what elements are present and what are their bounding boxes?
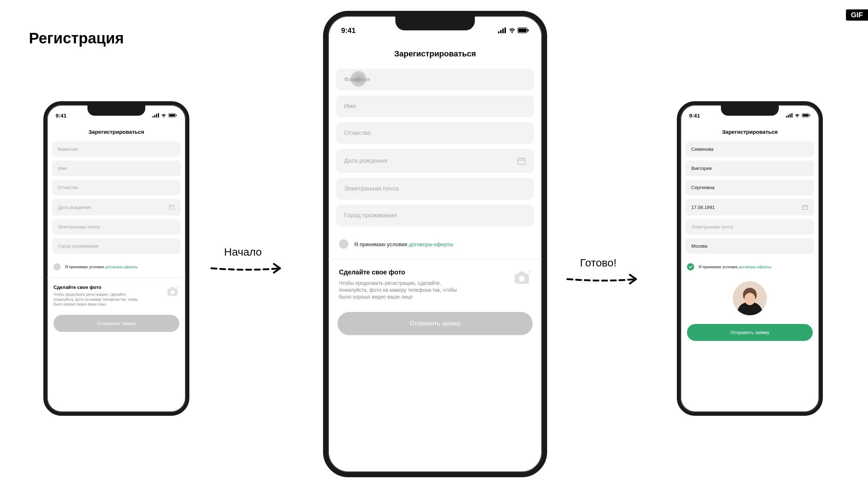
patronymic-field[interactable]: Отчество [52, 180, 181, 195]
name-field[interactable]: Имя [52, 161, 181, 176]
dob-field[interactable]: Дата рождения [336, 149, 534, 173]
svg-point-30 [519, 276, 525, 282]
wifi-icon [161, 113, 167, 118]
svg-rect-22 [518, 29, 527, 32]
phone-empty: 9:41 Зарегистрироваться Фамилия Имя Отче… [43, 101, 189, 416]
camera-add-icon[interactable]: + [514, 270, 531, 285]
svg-rect-6 [169, 114, 175, 116]
email-field[interactable]: Электронная почта [52, 219, 181, 235]
status-time: 9:41 [56, 112, 66, 119]
notch [87, 105, 145, 116]
consent-checkbox[interactable] [687, 263, 694, 270]
status-time: 9:41 [689, 112, 700, 119]
city-field[interactable]: Город проживания [52, 238, 181, 254]
svg-text:+: + [177, 286, 179, 289]
arrow-done: Готово! [566, 257, 645, 286]
screen-title: Зарегистрироваться [47, 129, 186, 135]
signal-icon [152, 113, 159, 118]
photo-section: Сделайте свое фото Чтобы продолжить реги… [336, 259, 534, 308]
svg-rect-0 [152, 116, 154, 118]
consent-checkbox[interactable] [53, 263, 61, 270]
svg-point-14 [171, 290, 175, 294]
battery-icon [802, 113, 811, 118]
city-field[interactable]: Москва [686, 238, 814, 254]
notch [721, 105, 779, 116]
email-placeholder: Электронная почта [58, 224, 100, 230]
dob-field[interactable]: Дата рождения [52, 199, 181, 215]
signal-icon [498, 27, 507, 33]
consent-row: Я принимаю условия договора-оферты [686, 257, 814, 278]
name-placeholder: Имя [58, 166, 67, 171]
svg-rect-39 [809, 115, 810, 116]
page-title: Регистрация [29, 30, 124, 47]
consent-label: Я принимаю условия [354, 241, 409, 247]
svg-rect-24 [518, 158, 525, 164]
camera-add-icon[interactable]: + [167, 286, 179, 297]
email-value: Электронная почта [691, 224, 733, 230]
surname-field[interactable]: Фамилия [52, 141, 181, 157]
arrow-start-label: Начало [224, 246, 262, 258]
consent-checkbox[interactable] [339, 239, 348, 249]
status-time: 9:41 [341, 26, 356, 35]
svg-rect-40 [803, 205, 808, 210]
consent-row: Я принимаю условия договора-оферты [336, 231, 534, 259]
surname-field[interactable]: Фамилия [336, 69, 534, 90]
volume-down-button [546, 142, 547, 175]
power-button [546, 189, 547, 240]
patronymic-field[interactable]: Отчество [336, 122, 534, 144]
photo-desc: Чтобы продолжить регистрацию, сделайте, … [53, 292, 144, 307]
notch [395, 16, 475, 30]
svg-rect-34 [790, 114, 791, 118]
svg-rect-19 [504, 27, 506, 33]
consent-link[interactable]: договора-оферты [409, 241, 453, 247]
registration-form: Семенова Виктория Сергеевна 17.08.1991 Э… [680, 141, 819, 341]
city-field[interactable]: Город проживания [336, 205, 534, 226]
consent-text: Я принимаю условия договора-оферты [354, 241, 453, 247]
user-avatar[interactable] [733, 281, 767, 315]
svg-rect-38 [803, 114, 808, 116]
name-field[interactable]: Имя [336, 95, 534, 117]
svg-rect-3 [158, 113, 159, 118]
status-icons [152, 113, 177, 118]
svg-rect-33 [788, 115, 789, 118]
dob-placeholder: Дата рождения [344, 157, 387, 165]
svg-rect-2 [156, 114, 157, 118]
svg-rect-29 [519, 272, 525, 275]
avatar-section [686, 278, 814, 322]
wifi-icon [508, 27, 516, 33]
consent-link[interactable]: договора-оферты [105, 265, 138, 269]
calendar-icon [517, 156, 526, 166]
svg-rect-23 [528, 29, 529, 31]
calendar-icon [802, 204, 808, 210]
consent-link[interactable]: договора-оферты [739, 265, 771, 269]
name-value: Виктория [691, 166, 712, 171]
email-field[interactable]: Электронная почта [686, 219, 814, 235]
svg-point-36 [797, 116, 798, 118]
volume-up-button [546, 103, 547, 135]
email-field[interactable]: Электронная почта [336, 178, 534, 200]
phone-interacting: 9:41 Зарегистрироваться Фамилия Имя Отче… [323, 11, 547, 477]
consent-label: Я принимаю условия [65, 265, 105, 269]
photo-title: Сделайте свое фото [53, 285, 144, 290]
svg-rect-32 [786, 116, 787, 118]
submit-button[interactable]: Отправить заявку [687, 324, 813, 341]
surname-value: Семенова [691, 146, 713, 152]
svg-rect-1 [154, 115, 155, 118]
patronymic-field[interactable]: Сергеевна [686, 180, 814, 195]
name-field[interactable]: Виктория [686, 161, 814, 176]
surname-placeholder: Фамилия [344, 76, 370, 83]
svg-rect-16 [498, 31, 499, 33]
svg-rect-17 [500, 30, 502, 33]
submit-button[interactable]: Отправить заявку [53, 315, 179, 332]
patronymic-value: Сергеевна [691, 185, 714, 190]
screen-title: Зарегистрироваться [328, 49, 542, 59]
svg-rect-35 [791, 113, 792, 118]
submit-button[interactable]: Отправить заявку [338, 312, 533, 335]
city-placeholder: Город проживания [344, 212, 397, 219]
dashed-arrow-icon [566, 272, 645, 286]
svg-rect-13 [171, 287, 175, 290]
battery-icon [168, 113, 177, 118]
surname-field[interactable]: Семенова [686, 141, 814, 157]
dob-field[interactable]: 17.08.1991 [686, 199, 814, 215]
dashed-arrow-icon [210, 261, 289, 275]
